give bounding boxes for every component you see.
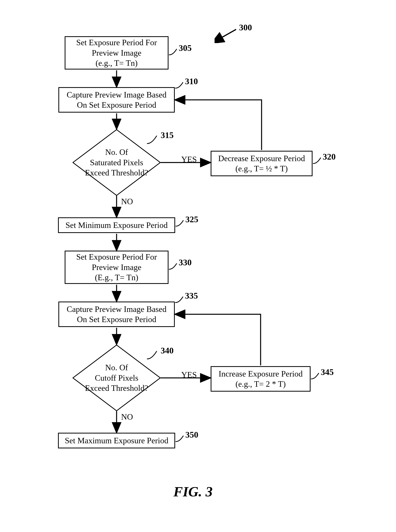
node-340-l3: Exceed Threshold? xyxy=(85,383,148,393)
ref-300: 300 xyxy=(239,23,252,33)
label-315-yes: YES xyxy=(181,155,197,164)
ref-345: 345 xyxy=(321,367,334,377)
connectors xyxy=(0,0,396,532)
node-350: Set Maximum Exposure Period xyxy=(58,433,175,448)
node-305: Set Exposure Period For Preview Image (e… xyxy=(65,36,169,69)
ref-335: 335 xyxy=(185,291,198,301)
node-330-l3: (E.g., T= Tn) xyxy=(95,272,138,283)
label-340-no: NO xyxy=(121,412,133,422)
node-345: Increase Exposure Period (e.g., T= 2 * T… xyxy=(211,366,311,392)
node-325: Set Minimum Exposure Period xyxy=(58,217,175,233)
node-315-l2: Saturated Pixels xyxy=(90,157,143,168)
ref-315: 315 xyxy=(161,130,174,140)
node-305-l1: Set Exposure Period For xyxy=(76,37,157,48)
figure-caption: FIG. 3 xyxy=(173,484,213,500)
leader-315 xyxy=(147,134,161,146)
ref-310: 310 xyxy=(185,76,198,86)
node-320-l1: Decrease Exposure Period xyxy=(218,153,305,164)
node-315-l1: No. Of xyxy=(105,147,128,157)
ref-305: 305 xyxy=(179,43,192,53)
label-315-no: NO xyxy=(121,197,133,206)
flowchart-canvas: 300 Set Exposure Period For Preview Imag… xyxy=(0,0,396,532)
node-315-l3: Exceed Threshold? xyxy=(85,168,148,178)
node-330: Set Exposure Period For Preview Image (E… xyxy=(65,251,169,284)
node-335-l2: On Set Exposure Period xyxy=(77,314,156,325)
node-340-l2: Cutoff Pixels xyxy=(95,373,138,383)
ref-325: 325 xyxy=(185,214,198,224)
node-345-l2: (e.g., T= 2 * T) xyxy=(236,379,286,389)
node-310-l1: Capture Preview Image Based xyxy=(67,90,167,100)
node-310: Capture Preview Image Based On Set Expos… xyxy=(58,87,175,113)
node-310-l2: On Set Exposure Period xyxy=(77,100,156,110)
leader-340 xyxy=(147,349,161,361)
node-335-l1: Capture Preview Image Based xyxy=(67,304,167,315)
node-330-l2: Preview Image xyxy=(92,262,141,273)
ref-350: 350 xyxy=(185,430,198,440)
node-305-l3: (e.g., T= Tn) xyxy=(96,58,138,68)
node-345-l1: Increase Exposure Period xyxy=(218,369,303,379)
svg-line-1 xyxy=(220,29,236,39)
node-335: Capture Preview Image Based On Set Expos… xyxy=(58,302,175,327)
label-340-yes: YES xyxy=(181,370,197,379)
ref-320: 320 xyxy=(323,152,336,162)
ref-300-arrow xyxy=(215,27,238,43)
node-325-l1: Set Minimum Exposure Period xyxy=(65,220,168,230)
ref-330: 330 xyxy=(179,257,192,268)
node-320: Decrease Exposure Period (e.g., T= ½ * T… xyxy=(211,151,313,176)
node-350-l1: Set Maximum Exposure Period xyxy=(65,435,168,446)
ref-340: 340 xyxy=(161,346,174,355)
node-305-l2: Preview Image xyxy=(92,48,141,58)
node-340-l1: No. Of xyxy=(105,362,128,373)
node-320-l2: (e.g., T= ½ * T) xyxy=(235,164,288,174)
node-330-l1: Set Exposure Period For xyxy=(76,252,157,262)
